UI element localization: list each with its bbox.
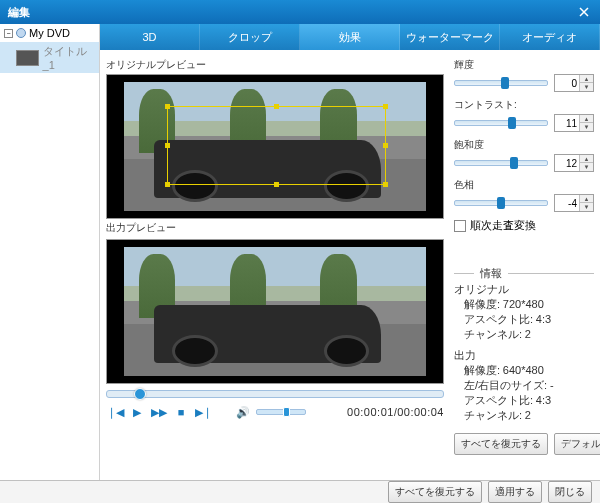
prev-button[interactable]: ❘◀ xyxy=(106,404,124,420)
deinterlace-label: 順次走査変換 xyxy=(470,218,536,233)
tabs: 3D クロップ 効果 ウォーターマーク オーディオ xyxy=(100,24,600,50)
spin-down[interactable]: ▼ xyxy=(580,83,593,91)
next-button[interactable]: ▶❘ xyxy=(194,404,212,420)
volume-slider[interactable] xyxy=(256,409,306,415)
footer-restore-all-button[interactable]: すべてを復元する xyxy=(388,481,482,503)
stop-button[interactable]: ■ xyxy=(172,404,190,420)
spin-up[interactable]: ▲ xyxy=(580,75,593,83)
tree-thumb xyxy=(16,50,39,66)
contrast-label: コントラスト: xyxy=(454,98,594,112)
titlebar: 編集 xyxy=(0,0,600,24)
play-button[interactable]: ▶ xyxy=(128,404,146,420)
brightness-spinner[interactable]: ▲▼ xyxy=(554,74,594,92)
output-preview xyxy=(106,239,444,384)
seek-thumb[interactable] xyxy=(134,388,146,400)
brightness-slider[interactable] xyxy=(454,80,548,86)
info-line: 解像度: 640*480 xyxy=(454,363,594,378)
hue-input[interactable] xyxy=(555,198,579,209)
tab-audio[interactable]: オーディオ xyxy=(500,24,600,50)
info-line: チャンネル: 2 xyxy=(454,408,594,423)
hue-spinner[interactable]: ▲▼ xyxy=(554,194,594,212)
disc-icon xyxy=(16,28,26,38)
saturation-label: 飽和度 xyxy=(454,138,594,152)
spin-up[interactable]: ▲ xyxy=(580,195,593,203)
spin-up[interactable]: ▲ xyxy=(580,155,593,163)
window-title: 編集 xyxy=(8,5,576,20)
info-output-title: 出力 xyxy=(454,348,594,363)
original-preview-label: オリジナルプレビュー xyxy=(106,56,444,74)
collapse-icon[interactable]: − xyxy=(4,29,13,38)
restore-all-button[interactable]: すべてを復元する xyxy=(454,433,548,455)
crop-rect[interactable] xyxy=(167,106,385,185)
contrast-input[interactable] xyxy=(555,118,579,129)
brightness-input[interactable] xyxy=(555,78,579,89)
spin-down[interactable]: ▼ xyxy=(580,123,593,131)
spin-down[interactable]: ▼ xyxy=(580,163,593,171)
output-preview-label: 出力プレビュー xyxy=(106,219,444,237)
slider-thumb[interactable] xyxy=(508,117,516,129)
tab-effect[interactable]: 効果 xyxy=(300,24,400,50)
tree-root[interactable]: − My DVD xyxy=(0,24,99,42)
hue-slider[interactable] xyxy=(454,200,548,206)
tree-item-title1[interactable]: タイトル_1 xyxy=(0,42,99,73)
contrast-slider[interactable] xyxy=(454,120,548,126)
tab-crop[interactable]: クロップ xyxy=(200,24,300,50)
tree-panel: − My DVD タイトル_1 xyxy=(0,24,100,480)
brightness-label: 輝度 xyxy=(454,58,594,72)
hue-label: 色相 xyxy=(454,178,594,192)
seek-bar[interactable] xyxy=(106,390,444,398)
default-button[interactable]: デフォルトに戻す xyxy=(554,433,600,455)
time-display: 00:00:01/00:00:04 xyxy=(347,406,444,418)
slider-thumb[interactable] xyxy=(497,197,505,209)
slider-thumb[interactable] xyxy=(501,77,509,89)
info-original-title: オリジナル xyxy=(454,282,594,297)
contrast-spinner[interactable]: ▲▼ xyxy=(554,114,594,132)
info-line: チャンネル: 2 xyxy=(454,327,594,342)
footer: すべてを復元する 適用する 閉じる xyxy=(0,480,600,503)
deinterlace-checkbox[interactable] xyxy=(454,220,466,232)
tab-3d[interactable]: 3D xyxy=(100,24,200,50)
info-line: 解像度: 720*480 xyxy=(454,297,594,312)
tree-item-label: タイトル_1 xyxy=(43,44,95,71)
tree-root-label: My DVD xyxy=(29,27,70,39)
saturation-slider[interactable] xyxy=(454,160,548,166)
tab-watermark[interactable]: ウォーターマーク xyxy=(400,24,500,50)
volume-thumb[interactable] xyxy=(283,407,290,417)
original-preview xyxy=(106,74,444,219)
apply-button[interactable]: 適用する xyxy=(488,481,542,503)
info-line: アスペクト比: 4:3 xyxy=(454,312,594,327)
info-line: 左/右目のサイズ: - xyxy=(454,378,594,393)
spin-down[interactable]: ▼ xyxy=(580,203,593,211)
info-legend: 情報 xyxy=(474,266,508,281)
slider-thumb[interactable] xyxy=(510,157,518,169)
volume-icon[interactable]: 🔊 xyxy=(234,404,252,420)
close-icon[interactable] xyxy=(576,4,592,20)
saturation-spinner[interactable]: ▲▼ xyxy=(554,154,594,172)
close-button[interactable]: 閉じる xyxy=(548,481,592,503)
ff-button[interactable]: ▶▶ xyxy=(150,404,168,420)
info-line: アスペクト比: 4:3 xyxy=(454,393,594,408)
spin-up[interactable]: ▲ xyxy=(580,115,593,123)
saturation-input[interactable] xyxy=(555,158,579,169)
